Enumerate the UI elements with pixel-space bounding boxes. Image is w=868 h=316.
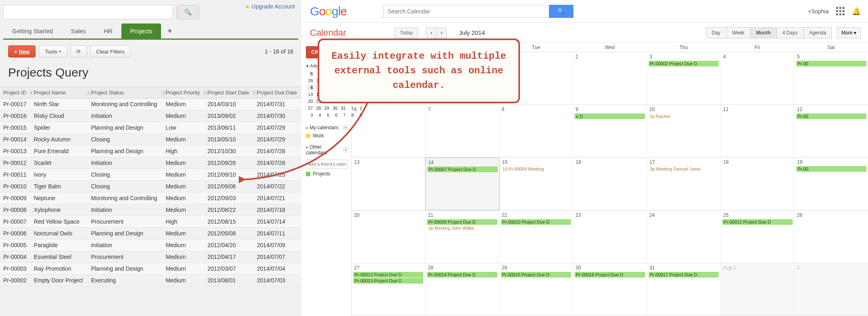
- calendar-event[interactable]: Pr-00009 Project Due D: [427, 219, 497, 225]
- col-header[interactable]: ▾Project Start Date: [204, 87, 254, 98]
- day-cell[interactable]: 27Pr-00012 Project Due DPr-00013 Project…: [352, 263, 425, 316]
- calendar-event[interactable]: 3p Meeting John Wilkis: [427, 225, 497, 231]
- day-cell[interactable]: 5Pr-00: [795, 52, 868, 105]
- day-cell[interactable]: 30Pr-00016 Project Due D: [573, 263, 647, 316]
- table-row[interactable]: Pr-00012ScarletInitiationMedium2012/09/2…: [0, 157, 301, 169]
- calendar-item-work[interactable]: Work: [306, 133, 348, 139]
- apps-icon[interactable]: [836, 7, 845, 15]
- upgrade-link[interactable]: ★Upgrade Account: [245, 3, 295, 10]
- day-cell[interactable]: 173p Meeting Samuel Jame: [647, 158, 721, 210]
- table-row[interactable]: Pr-00010Tiger BalmClosingMedium2012/09/0…: [0, 181, 301, 192]
- more-button[interactable]: More ▾: [837, 27, 861, 38]
- calendar-event[interactable]: Pr-00017 Project Due D: [649, 272, 719, 278]
- day-cell[interactable]: 13: [352, 158, 425, 210]
- view-agenda[interactable]: Agenda: [803, 27, 832, 38]
- table-row[interactable]: Pr-00002Empty Door ProjectExecutingMediu…: [0, 275, 301, 286]
- day-cell[interactable]: 16: [573, 158, 647, 210]
- day-cell[interactable]: 28Pr-00014 Project Due D: [425, 263, 499, 316]
- table-row[interactable]: Pr-00011IvoryClosingMedium2012/09/102014…: [0, 169, 301, 181]
- refresh-button[interactable]: ⟳: [70, 45, 87, 58]
- calendar-event[interactable]: Pr-00010 Project Due D: [501, 219, 571, 225]
- day-cell[interactable]: 26: [795, 211, 868, 263]
- tab-sales[interactable]: Sales: [62, 23, 95, 38]
- bell-icon[interactable]: 🔔: [852, 7, 861, 16]
- dropdown-icon[interactable]: ▾: [344, 125, 348, 130]
- day-cell[interactable]: 19Pr-00: [795, 158, 868, 210]
- day-cell[interactable]: 8: [499, 105, 573, 157]
- day-cell[interactable]: 29Pr-00015 Project Due D: [499, 263, 573, 316]
- day-cell[interactable]: 31Pr-00017 Project Due D: [647, 263, 721, 316]
- calendar-event[interactable]: Pr-00: [796, 61, 866, 66]
- table-row[interactable]: Pr-00017Ninth StarMonitoring and Control…: [0, 98, 301, 110]
- table-row[interactable]: Pr-00004Essential SteelProcurementMedium…: [0, 251, 301, 263]
- search-input[interactable]: [3, 5, 173, 19]
- view-day[interactable]: Day: [706, 27, 726, 38]
- table-row[interactable]: Pr-00013Pure EmeraldPlanning and DesignH…: [0, 145, 301, 157]
- clear-filters-button[interactable]: Clear Filters: [90, 45, 131, 58]
- tab-getting-started[interactable]: Getting Started: [3, 23, 62, 38]
- dropdown-icon[interactable]: ▾: [344, 147, 348, 152]
- tab-hr[interactable]: HR: [95, 23, 121, 38]
- day-cell[interactable]: 2: [795, 263, 868, 316]
- day-cell[interactable]: 101p Rachel: [647, 105, 721, 157]
- calendar-search-input[interactable]: [383, 5, 549, 18]
- tab-add[interactable]: +: [161, 23, 178, 38]
- col-header[interactable]: ▾Project Status: [88, 87, 163, 98]
- col-header[interactable]: ▾Project Name: [31, 87, 88, 98]
- day-cell[interactable]: 14Pr-00007 Project Due D: [425, 158, 499, 210]
- view-4 days[interactable]: 4 Days: [777, 27, 804, 38]
- day-cell[interactable]: 7: [425, 105, 499, 157]
- day-cell[interactable]: 22Pr-00010 Project Due D: [499, 211, 573, 263]
- prev-button[interactable]: ‹: [426, 28, 436, 38]
- table-row[interactable]: Pr-00009NeptuneMonitoring and Controllin…: [0, 192, 301, 204]
- day-cell[interactable]: 20: [352, 211, 425, 263]
- table-row[interactable]: Pr-00007Red Yellow SpaceProcurementHigh2…: [0, 216, 301, 228]
- calendar-event[interactable]: Pr-00002 Project Due D: [649, 61, 719, 66]
- table-row[interactable]: Pr-00015SpiderPlanning and DesignLow2013…: [0, 122, 301, 134]
- tools-button[interactable]: Tools▾: [39, 45, 67, 58]
- calendar-event[interactable]: Pr-00016 Project Due D: [575, 272, 645, 278]
- day-cell[interactable]: 23: [573, 211, 647, 263]
- table-row[interactable]: Pr-00006Nocturnal OwlsPlanning and Desig…: [0, 228, 301, 239]
- day-cell[interactable]: 6: [352, 105, 425, 157]
- day-cell[interactable]: 2: [573, 52, 647, 105]
- calendar-event[interactable]: Pr-00013 Project Due D: [353, 278, 423, 284]
- day-cell[interactable]: 21Pr-00009 Project Due D3p Meeting John …: [425, 211, 499, 263]
- day-cell[interactable]: 9e D: [573, 105, 647, 157]
- today-button[interactable]: Today: [395, 28, 418, 38]
- day-cell[interactable]: 18: [721, 158, 794, 210]
- day-cell[interactable]: 24: [647, 211, 721, 263]
- day-cell[interactable]: 4: [721, 52, 794, 105]
- calendar-item-projects[interactable]: Projects: [306, 171, 348, 177]
- my-calendars-label[interactable]: My calendars: [310, 125, 338, 130]
- calendar-event[interactable]: Pr-00007 Project Due D: [427, 167, 497, 172]
- calendar-event[interactable]: Pr-00014 Project Due D: [427, 272, 497, 278]
- calendar-search-button[interactable]: 🔍: [549, 5, 573, 18]
- tab-projects[interactable]: Projects: [121, 23, 161, 38]
- table-row[interactable]: Pr-00016Risky CloudInitiationMedium2013/…: [0, 110, 301, 122]
- view-week[interactable]: Week: [726, 27, 750, 38]
- calendar-event[interactable]: 10 Pr-00009 Meeting: [501, 166, 571, 172]
- view-month[interactable]: Month: [750, 27, 777, 38]
- calendar-event[interactable]: e D: [575, 113, 645, 119]
- col-header[interactable]: ▾Project Due Date: [254, 87, 301, 98]
- day-cell[interactable]: 3Pr-00002 Project Due D: [647, 52, 721, 105]
- add-friend-input[interactable]: [306, 160, 348, 169]
- table-row[interactable]: Pr-00008XylophoneInitiationMedium2012/08…: [0, 204, 301, 216]
- calendar-event[interactable]: 3p Meeting Samuel Jame: [649, 166, 719, 172]
- table-row[interactable]: Pr-00003Ray PromotionPlanning and Design…: [0, 263, 301, 275]
- user-link[interactable]: +Sophia: [808, 8, 829, 15]
- col-header[interactable]: ▾Project Priority: [162, 87, 204, 98]
- day-cell[interactable]: 11: [721, 105, 794, 157]
- calendar-event[interactable]: 1p Rachel: [649, 113, 719, 119]
- other-calendars-label[interactable]: Other calendars: [306, 144, 327, 156]
- table-row[interactable]: Pr-00005ParaglideInitiationMedium2012/04…: [0, 239, 301, 251]
- table-row[interactable]: Pr-00014Rocky AutumnClosingMedium2013/05…: [0, 134, 301, 145]
- calendar-event[interactable]: Pr-00: [796, 166, 866, 172]
- calendar-event[interactable]: Pr-00012 Project Due D: [353, 272, 423, 278]
- day-cell[interactable]: 1510 Pr-00009 Meeting: [500, 158, 573, 210]
- calendar-event[interactable]: Pr-00: [796, 113, 866, 119]
- col-header[interactable]: Project ID: [0, 87, 31, 98]
- day-cell[interactable]: Aug 1: [721, 263, 794, 316]
- day-cell[interactable]: 12Pr-00: [795, 105, 868, 157]
